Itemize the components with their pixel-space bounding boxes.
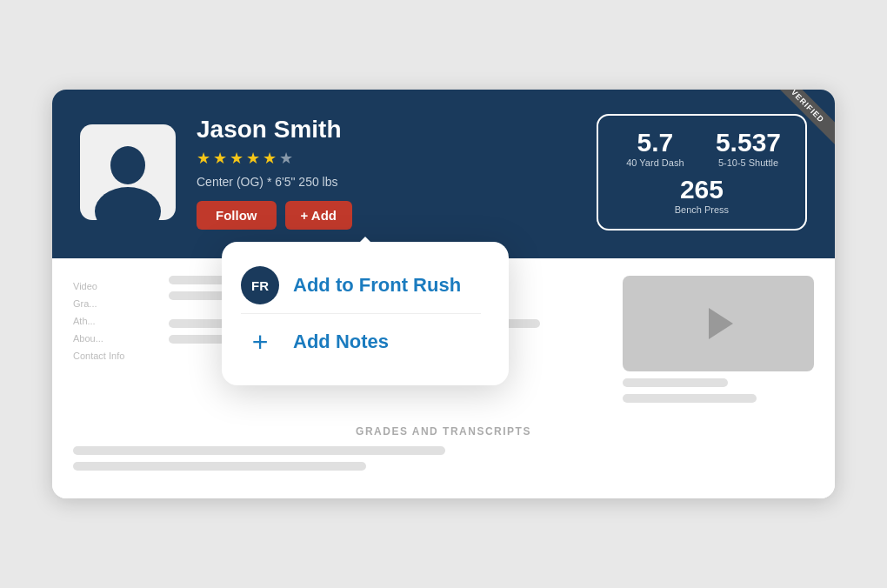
verified-badge: VERIFIED: [772, 90, 835, 152]
add-dropdown-popup: FR Add to Front Rush + Add Notes: [222, 242, 509, 385]
add-to-front-rush-label: Add to Front Rush: [293, 274, 461, 297]
header-left: Jason Smith ★ ★ ★ ★ ★ ★ Center (OG) * 6'…: [80, 116, 352, 230]
star-6-empty: ★: [279, 149, 293, 168]
grades-content: [73, 446, 814, 478]
grades-left: [73, 446, 605, 478]
profile-card: Jason Smith ★ ★ ★ ★ ★ ★ Center (OG) * 6'…: [52, 90, 835, 498]
player-name: Jason Smith: [197, 116, 352, 144]
follow-button[interactable]: Follow: [197, 201, 277, 230]
add-button[interactable]: + Add: [285, 201, 353, 230]
nav-athletics[interactable]: Ath...: [73, 316, 151, 326]
star-1: ★: [197, 149, 210, 168]
play-icon: [709, 308, 733, 339]
video-area: [623, 276, 814, 410]
nav-video[interactable]: Video: [73, 281, 151, 291]
stat-bench-label: Bench Press: [623, 204, 781, 215]
front-rush-icon: FR: [241, 266, 279, 304]
stat-40-yard-value: 5.7: [623, 130, 688, 156]
verified-text: VERIFIED: [772, 90, 835, 144]
grades-right: [623, 446, 814, 478]
video-bar-1: [623, 378, 728, 387]
star-3: ★: [230, 149, 243, 168]
stat-40-yard-label: 40 Yard Dash: [623, 157, 688, 168]
svg-point-1: [95, 187, 161, 220]
player-position: Center (OG) * 6'5" 250 lbs: [197, 175, 352, 189]
avatar: [80, 124, 176, 220]
add-notes-label: Add Notes: [293, 331, 389, 353]
player-info: Jason Smith ★ ★ ★ ★ ★ ★ Center (OG) * 6'…: [197, 116, 352, 230]
stat-bench-value: 265: [623, 177, 781, 203]
grades-bar-1: [73, 446, 445, 455]
add-notes-plus-icon: +: [241, 323, 279, 361]
video-thumbnail[interactable]: [623, 276, 814, 371]
stat-bench: 265 Bench Press: [623, 177, 781, 215]
star-2: ★: [213, 149, 227, 168]
nav-grades[interactable]: Gra...: [73, 298, 151, 309]
profile-header: Jason Smith ★ ★ ★ ★ ★ ★ Center (OG) * 6'…: [52, 90, 835, 258]
stat-shuttle: 5.537 5-10-5 Shuttle: [716, 130, 781, 168]
video-bar-2: [623, 394, 757, 403]
sidebar-nav: Video Gra... Ath... Abou... Contact Info: [73, 276, 151, 410]
stat-shuttle-value: 5.537: [716, 130, 781, 156]
action-buttons: Follow + Add: [197, 201, 352, 230]
stat-shuttle-label: 5-10-5 Shuttle: [716, 157, 781, 168]
stat-40-yard: 5.7 40 Yard Dash: [623, 130, 688, 168]
nav-contact[interactable]: Contact Info: [73, 351, 151, 361]
svg-point-0: [110, 146, 145, 184]
star-rating: ★ ★ ★ ★ ★ ★: [197, 149, 352, 168]
add-to-front-rush-item[interactable]: FR Add to Front Rush: [241, 257, 481, 314]
grades-section-title: GRADES AND TRANSCRIPTS: [73, 425, 814, 438]
nav-about[interactable]: Abou...: [73, 333, 151, 344]
grades-bar-2: [73, 462, 366, 471]
star-4: ★: [246, 149, 260, 168]
add-notes-item[interactable]: + Add Notes: [241, 314, 481, 370]
star-5: ★: [263, 149, 277, 168]
